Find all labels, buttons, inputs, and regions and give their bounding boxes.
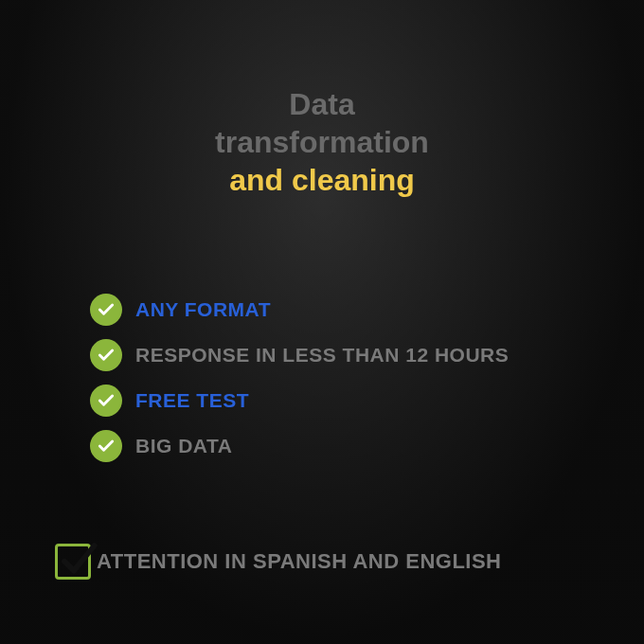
footer-text: ATTENTION IN SPANISH AND ENGLISH bbox=[97, 549, 502, 574]
feature-label: BIG DATA bbox=[135, 435, 232, 457]
title-line-2: transformation bbox=[0, 123, 644, 161]
feature-label: FREE TEST bbox=[135, 389, 249, 412]
footer-row: ATTENTION IN SPANISH AND ENGLISH bbox=[55, 544, 502, 580]
title-line-3: and cleaning bbox=[0, 161, 644, 199]
checkbox-icon bbox=[55, 544, 91, 580]
feature-item: BIG DATA bbox=[90, 430, 625, 462]
feature-item: ANY FORMAT bbox=[90, 294, 625, 326]
feature-label: ANY FORMAT bbox=[135, 298, 271, 321]
check-circle-icon bbox=[90, 430, 122, 462]
check-circle-icon bbox=[90, 294, 122, 326]
feature-list: ANY FORMAT RESPONSE IN LESS THAN 12 HOUR… bbox=[90, 294, 625, 475]
feature-label: RESPONSE IN LESS THAN 12 HOURS bbox=[135, 344, 509, 367]
title-block: Data transformation and cleaning bbox=[0, 85, 644, 199]
title-line-1: Data bbox=[0, 85, 644, 123]
check-circle-icon bbox=[90, 339, 122, 371]
check-circle-icon bbox=[90, 385, 122, 417]
feature-item: FREE TEST bbox=[90, 385, 625, 417]
feature-item: RESPONSE IN LESS THAN 12 HOURS bbox=[90, 339, 625, 371]
